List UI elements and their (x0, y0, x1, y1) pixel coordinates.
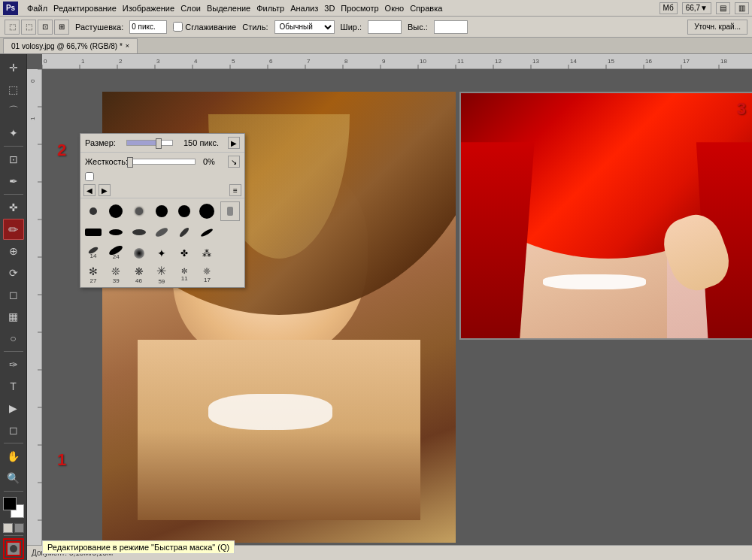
brush-scroll[interactable] (220, 201, 240, 221)
hardness-expand-btn[interactable]: ↘ (228, 156, 240, 168)
brush-item-r2-1[interactable] (83, 222, 103, 242)
brush-item-r4-3[interactable]: ❋ 46 (129, 265, 149, 284)
tool-dodge[interactable]: ○ (3, 328, 24, 349)
tool-history-brush[interactable]: ⟳ (3, 262, 24, 283)
tool-marquee[interactable]: ⬚ (3, 79, 24, 100)
quick-mask-btn[interactable] (14, 523, 24, 533)
brush-item-r3-1[interactable]: 14 (83, 244, 103, 263)
brush-item-r3-6[interactable]: ⁂ (197, 244, 217, 263)
menu-bar: Ps Файл Редактирование Изображение Слои … (0, 0, 752, 17)
refine-edge-button[interactable]: Уточн. край... (687, 20, 747, 35)
menu-3d[interactable]: 3D (324, 4, 335, 13)
brush-value-input[interactable] (129, 20, 167, 34)
brush-item-4[interactable] (152, 201, 171, 221)
size-expand-btn[interactable]: ▶ (228, 137, 240, 149)
panel-extra-row (80, 171, 244, 183)
tool-clone[interactable]: ⊕ (3, 241, 24, 262)
svg-text:16: 16 (645, 58, 652, 65)
menu-filter[interactable]: Фильтр (256, 4, 284, 13)
brush-item-r3-5[interactable]: ✤ (174, 244, 194, 263)
options-tool-icon2[interactable]: ⬚ (21, 20, 36, 35)
tool-eyedropper[interactable]: ✒ (3, 171, 24, 192)
brush-item-6[interactable] (197, 201, 217, 221)
brush-item-5[interactable] (174, 201, 194, 221)
brush-item-r4-4[interactable]: ✳ 59 (152, 265, 171, 284)
brush-item-r2-3[interactable] (129, 222, 149, 242)
svg-text:15: 15 (608, 58, 614, 65)
brush-item-r2-6[interactable] (197, 222, 217, 242)
size-label: Размер: (85, 138, 116, 147)
tool-eraser[interactable]: ◻ (3, 284, 24, 305)
brush-item-r3-4[interactable]: ✦ (152, 244, 171, 263)
foreground-color[interactable] (3, 497, 17, 510)
tool-magic-wand[interactable]: ✦ (3, 123, 24, 144)
options-tool-icon[interactable]: ⬚ (5, 20, 20, 35)
style-dropdown[interactable]: Обычный (274, 20, 335, 34)
height-input[interactable] (434, 20, 468, 34)
ps-logo: Ps (3, 2, 18, 15)
tool-zoom[interactable]: 🔍 (3, 468, 24, 489)
size-slider-thumb[interactable] (156, 138, 162, 149)
svg-text:18: 18 (720, 58, 727, 65)
brush-item-2[interactable] (106, 201, 126, 221)
brush-item-r2-4[interactable] (152, 222, 171, 242)
tool-text[interactable]: T (3, 376, 24, 397)
brush-item-r3-3[interactable] (129, 244, 149, 263)
size-slider[interactable] (126, 140, 173, 146)
tool-gradient[interactable]: ▦ (3, 306, 24, 327)
menu-layers[interactable]: Слои (180, 4, 201, 13)
brush-item-r4-1[interactable]: ✻ 27 (83, 265, 103, 284)
quick-mask-tool[interactable] (3, 538, 24, 559)
hardness-slider[interactable] (129, 159, 196, 165)
color-swatches[interactable] (3, 497, 24, 518)
hardness-slider-thumb[interactable] (127, 157, 133, 168)
tool-hand[interactable]: ✋ (3, 446, 24, 467)
panel-size-header: Размер: 150 пикс. ▶ (80, 134, 244, 153)
menu-window[interactable]: Окно (385, 4, 405, 13)
brush-item-r4-5[interactable]: ✼ 11 (174, 265, 194, 284)
menu-select[interactable]: Выделение (207, 4, 250, 13)
options-tool-icon4[interactable]: ⊞ (54, 20, 69, 35)
tool-path-selection[interactable]: ▶ (3, 398, 24, 419)
tab-filename: 01 volosy.jpg @ 66,7% (RGB/8) * (11, 42, 123, 50)
nav-prev[interactable]: ◀ (83, 184, 96, 196)
menu-analysis[interactable]: Анализ (290, 4, 318, 13)
tool-shape[interactable]: ◻ (3, 419, 24, 440)
brush-item-r3-2[interactable]: 24 (106, 244, 126, 263)
menu-image[interactable]: Изображение (123, 4, 174, 13)
menu-view[interactable]: Просмотр (341, 4, 378, 13)
nav-menu[interactable]: ≡ (229, 184, 241, 196)
brush-row4-extra (220, 265, 241, 284)
tool-move[interactable]: ✛ (3, 57, 24, 78)
info-box3: ▥ (735, 2, 749, 14)
menu-file[interactable]: Файл (27, 4, 47, 13)
hardness-label: Жесткость: (85, 157, 126, 166)
panel-checkbox[interactable] (85, 172, 94, 181)
tool-crop[interactable]: ⊡ (3, 149, 24, 170)
document-tab[interactable]: 01 volosy.jpg @ 66,7% (RGB/8) * × (3, 38, 138, 53)
width-input[interactable] (368, 20, 402, 34)
brush-item-r4-6[interactable]: ❈ 17 (197, 265, 217, 284)
size-slider-fill (127, 141, 159, 145)
menu-help[interactable]: Справка (410, 4, 442, 13)
canvas-content: 3 2 1 Размер: 150 пикс. ▶ (42, 69, 752, 560)
brush-item-3[interactable] (129, 201, 149, 221)
nav-next[interactable]: ▶ (99, 184, 111, 196)
normal-mode-btn[interactable] (3, 523, 13, 533)
antialias-checkbox[interactable] (173, 22, 183, 32)
brush-item-r2-5[interactable] (174, 222, 194, 242)
menu-bar-right: Мб 66,7 ▼ ▤ ▥ (660, 2, 749, 14)
tool-lasso[interactable]: ⌒ (3, 101, 24, 122)
tool-healing[interactable]: ✜ (3, 197, 24, 218)
brush-item-r4-2[interactable]: ❊ 39 (106, 265, 126, 284)
antialias-check[interactable]: Сглаживание (173, 22, 236, 32)
svg-text:0: 0 (29, 79, 36, 83)
menu-edit[interactable]: Редактирование (53, 4, 117, 13)
brush-item-r2-2[interactable] (106, 222, 126, 242)
tab-close-button[interactable]: × (126, 42, 129, 50)
tool-brush[interactable]: ✏ (3, 219, 24, 240)
tool-pen[interactable]: ✑ (3, 354, 24, 375)
brush-item-1[interactable] (83, 201, 103, 221)
vertical-ruler: 0 1 (27, 69, 42, 560)
options-tool-icon3[interactable]: ⊡ (38, 20, 53, 35)
